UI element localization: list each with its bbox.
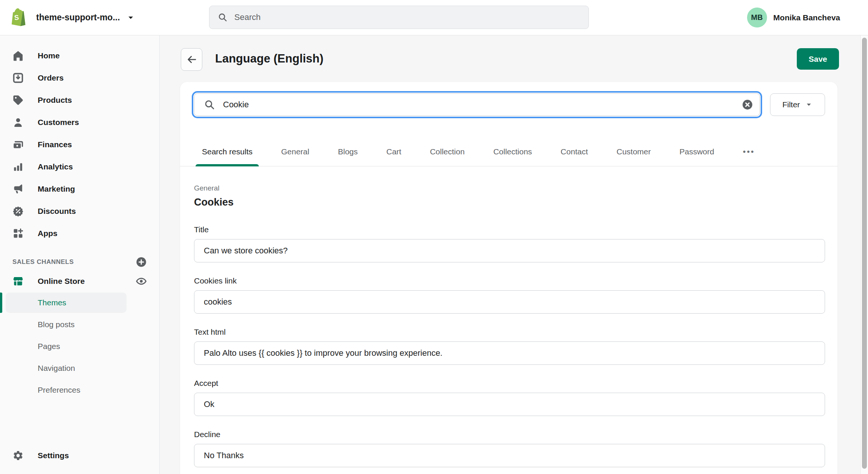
tab-bar: Search results General Blogs Cart Collec… <box>180 137 837 166</box>
sidebar-item-orders[interactable]: Orders <box>0 67 159 89</box>
translation-search-field <box>194 93 760 116</box>
arrow-left-icon <box>186 54 197 65</box>
back-button[interactable] <box>181 48 202 71</box>
field-label: Cookies link <box>194 276 825 286</box>
sidebar-item-online-store[interactable]: Online Store <box>0 271 159 292</box>
tab-general[interactable]: General <box>275 137 316 166</box>
scrollbar-thumb[interactable] <box>862 38 867 469</box>
shopify-logo-icon: S <box>8 7 27 28</box>
tab-password[interactable]: Password <box>673 137 721 166</box>
sidebar-nav: Home Orders Products Customers <box>0 35 159 401</box>
global-search-input[interactable] <box>234 12 580 22</box>
tab-collections[interactable]: Collections <box>487 137 538 166</box>
orders-icon <box>12 72 24 84</box>
active-indicator <box>0 293 2 313</box>
page-scrollbar <box>860 35 868 474</box>
sidebar-item-customers[interactable]: Customers <box>0 111 159 133</box>
field-text-html: Text html <box>194 327 825 365</box>
main-content: Language (English) Save Filter <box>160 35 860 474</box>
sidebar-item-label: Discounts <box>38 207 76 216</box>
sidebar-item-themes[interactable]: Themes <box>6 293 127 313</box>
tab-cart[interactable]: Cart <box>380 137 408 166</box>
sidebar-item-label: Marketing <box>38 184 75 194</box>
sidebar-item-settings[interactable]: Settings <box>0 444 159 466</box>
translation-search-row: Filter <box>180 82 837 116</box>
global-search[interactable] <box>209 6 589 29</box>
section-title: Cookies <box>194 197 825 208</box>
translations-card: Filter Search results General Blogs Cart… <box>180 82 837 474</box>
cookies-link-input[interactable] <box>194 290 825 314</box>
title-input[interactable] <box>194 239 825 262</box>
sidebar-item-pages[interactable]: Pages <box>0 335 159 357</box>
topbar: S theme-support-mo... MB Monika Bancheva <box>0 0 868 35</box>
tab-customer[interactable]: Customer <box>610 137 657 166</box>
sidebar-item-navigation[interactable]: Navigation <box>0 357 159 379</box>
page-title: Language (English) <box>215 52 324 66</box>
sidebar-item-label: Online Store <box>38 277 85 286</box>
sidebar-item-products[interactable]: Products <box>0 89 159 111</box>
sidebar-item-home[interactable]: Home <box>0 44 159 67</box>
tab-blogs[interactable]: Blogs <box>332 137 364 166</box>
customers-icon <box>12 117 24 128</box>
field-cookies-link: Cookies link <box>194 276 825 314</box>
clear-search-button[interactable] <box>742 99 753 110</box>
tabs-overflow-button[interactable]: ••• <box>737 137 761 166</box>
sales-channels-header: SALES CHANNELS <box>0 253 159 271</box>
close-circle-icon <box>742 99 753 110</box>
sidebar-item-label: Orders <box>38 73 64 82</box>
finances-icon <box>12 139 24 150</box>
field-label: Decline <box>194 430 825 439</box>
sidebar: Home Orders Products Customers <box>0 35 160 474</box>
sidebar-item-label: Themes <box>38 298 66 307</box>
field-label: Title <box>194 225 825 235</box>
search-icon <box>218 12 228 22</box>
section-label: General <box>194 184 825 193</box>
chevron-down-icon <box>127 14 135 22</box>
text-html-input[interactable] <box>194 341 825 365</box>
storefront-icon <box>12 276 24 287</box>
decline-input[interactable] <box>194 444 825 467</box>
sidebar-item-label: Customers <box>38 118 79 127</box>
sidebar-item-marketing[interactable]: Marketing <box>0 178 159 200</box>
sidebar-item-label: Settings <box>38 451 69 460</box>
filter-label: Filter <box>782 100 800 109</box>
user-menu[interactable]: MB Monika Bancheva <box>747 0 840 35</box>
products-icon <box>12 94 24 106</box>
sidebar-item-finances[interactable]: Finances <box>0 133 159 155</box>
tab-collection[interactable]: Collection <box>423 137 471 166</box>
analytics-icon <box>12 161 24 172</box>
tab-search-results[interactable]: Search results <box>196 137 259 166</box>
filter-button[interactable]: Filter <box>770 93 825 116</box>
sidebar-item-label: Pages <box>38 342 60 351</box>
view-store-eye-icon[interactable] <box>136 276 147 287</box>
field-label: Text html <box>194 327 825 337</box>
sidebar-item-label: Finances <box>38 140 72 149</box>
save-button[interactable]: Save <box>797 48 839 70</box>
translation-search-input[interactable] <box>194 93 760 116</box>
page-header: Language (English) Save <box>160 35 860 82</box>
field-accept: Accept <box>194 378 825 416</box>
field-decline: Decline <box>194 430 825 467</box>
translation-form: General Cookies Title Cookies link Text … <box>180 166 837 467</box>
sidebar-item-analytics[interactable]: Analytics <box>0 155 159 178</box>
tab-contact[interactable]: Contact <box>554 137 594 166</box>
apps-icon <box>12 228 24 239</box>
sidebar-item-label: Preferences <box>38 386 80 395</box>
accept-input[interactable] <box>194 393 825 416</box>
field-label: Accept <box>194 378 825 388</box>
sidebar-item-label: Navigation <box>38 364 75 373</box>
sales-channels-heading: SALES CHANNELS <box>12 258 74 266</box>
sidebar-item-apps[interactable]: Apps <box>0 222 159 244</box>
add-channel-button[interactable] <box>136 256 147 268</box>
sidebar-item-label: Blog posts <box>38 320 75 329</box>
field-title: Title <box>194 225 825 262</box>
store-name: theme-support-mo... <box>36 12 120 23</box>
store-switcher[interactable]: S theme-support-mo... <box>8 0 135 35</box>
avatar: MB <box>747 8 767 27</box>
sidebar-item-discounts[interactable]: Discounts <box>0 200 159 222</box>
sidebar-item-label: Apps <box>38 229 58 238</box>
sidebar-item-preferences[interactable]: Preferences <box>0 379 159 401</box>
svg-text:S: S <box>14 13 19 21</box>
sidebar-item-blog-posts[interactable]: Blog posts <box>0 314 159 335</box>
marketing-icon <box>12 183 24 195</box>
